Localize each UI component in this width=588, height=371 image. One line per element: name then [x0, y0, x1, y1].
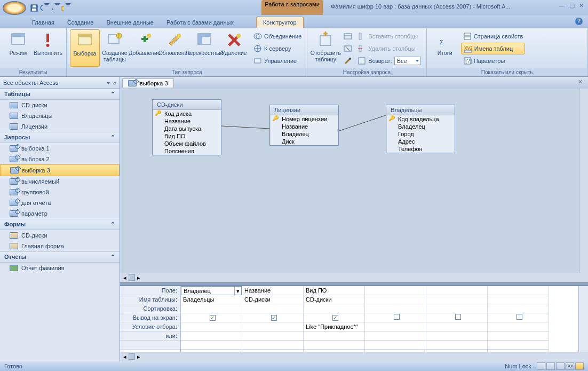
svg-point-13	[177, 34, 181, 38]
insert-rows-button[interactable]	[341, 30, 354, 42]
field[interactable]: Объем файлов	[153, 140, 221, 147]
union-button[interactable]: Объединение	[251, 30, 304, 42]
diagram-vscroll[interactable]	[579, 89, 588, 273]
view-sql-icon[interactable]: SQL	[566, 362, 574, 370]
open-icon[interactable]	[61, 3, 71, 13]
nav-collapse-icon[interactable]: «	[113, 80, 116, 86]
data-definition-button[interactable]: Управление	[251, 55, 304, 67]
navigation-pane: Все объекты Access « Таблицы⌃ CD-диски В…	[0, 77, 120, 361]
query-designer: CD-диски Код диска Название Дата выпуска…	[120, 89, 588, 361]
minimize-button[interactable]: —	[559, 2, 565, 9]
nav-form-main[interactable]: Главная форма	[0, 241, 120, 251]
property-sheet-button[interactable]: Страница свойств	[461, 30, 526, 42]
update-button[interactable]: Обновление	[160, 29, 189, 67]
show-table-button[interactable]: Отобразить таблицу	[311, 29, 340, 67]
view-pivottable-icon[interactable]	[546, 362, 555, 370]
svg-rect-16	[198, 34, 211, 37]
help-icon[interactable]: ?	[575, 18, 583, 25]
nav-report-surname[interactable]: Отчет фамилия	[0, 263, 120, 273]
redo-icon[interactable]	[51, 3, 60, 13]
grid-column[interactable]: НазваниеCD-диски✓	[242, 286, 304, 352]
nav-section-queries[interactable]: Запросы⌃	[0, 132, 120, 143]
table-box-owners[interactable]: Владельцы Код владельца Владелец Город А…	[386, 105, 455, 153]
document-close-icon[interactable]: ✕	[578, 78, 583, 85]
return-combo[interactable]: Все	[394, 57, 421, 65]
table-box-cddisks[interactable]: CD-диски Код диска Название Дата выпуска…	[152, 99, 221, 155]
nav-query-calc[interactable]: вычисляемый	[0, 176, 120, 187]
field[interactable]: Дата выпуска	[153, 125, 221, 132]
select-query-button[interactable]: Выборка	[70, 29, 100, 67]
field[interactable]: Код диска	[153, 110, 221, 117]
grid-column[interactable]: Вид ПОCD-диски✓Like "Прикладное*"	[304, 286, 365, 352]
undo-icon[interactable]	[40, 3, 50, 13]
close-button[interactable]: ✕	[579, 2, 584, 9]
table-box-licenses[interactable]: Лицензии Номер лицензии Название Владеле…	[269, 105, 339, 146]
nav-filter-icon[interactable]	[107, 82, 110, 84]
tab-design[interactable]: Конструктор	[256, 17, 304, 28]
crosstab-button[interactable]: Перекрестный	[189, 29, 219, 67]
tab-database-tools[interactable]: Работа с базами данных	[160, 17, 240, 28]
append-button[interactable]: Добавление	[130, 29, 160, 67]
nav-query-group[interactable]: групповой	[0, 187, 120, 198]
parameters-button[interactable]: [?]Параметры	[461, 55, 526, 67]
field[interactable]: Номер лицензии	[270, 115, 338, 123]
builder-button[interactable]	[341, 55, 354, 67]
field[interactable]: Название	[153, 117, 221, 125]
totals-button[interactable]: Σ Итоги	[430, 29, 460, 67]
passthrough-button[interactable]: К серверу	[251, 43, 304, 54]
nav-header[interactable]: Все объекты Access «	[0, 77, 120, 89]
restore-button[interactable]: ▢	[569, 2, 575, 9]
svg-text:!: !	[117, 33, 119, 39]
field[interactable]: Диск	[270, 138, 338, 145]
tab-create[interactable]: Создание	[61, 17, 100, 28]
field[interactable]: Адрес	[386, 138, 455, 145]
nav-query-3[interactable]: выборка 3	[0, 164, 120, 176]
tab-home[interactable]: Главная	[26, 17, 61, 28]
delete-button[interactable]: Удаление	[219, 29, 249, 67]
field[interactable]: Название	[270, 123, 338, 130]
tab-external-data[interactable]: Внешние данные	[100, 17, 160, 28]
view-datasheet-icon[interactable]	[537, 362, 545, 370]
nav-table-cddisks[interactable]: CD-диски	[0, 100, 120, 110]
svg-point-6	[46, 44, 50, 47]
save-icon[interactable]	[29, 3, 39, 13]
field[interactable]: Код владельца	[386, 115, 455, 123]
office-button[interactable]	[3, 1, 26, 15]
diagram-pane[interactable]: CD-диски Код диска Название Дата выпуска…	[120, 89, 588, 273]
diagram-hscroll[interactable]: ◂▸	[120, 273, 588, 282]
view-design-icon[interactable]	[575, 362, 584, 370]
nav-table-owners[interactable]: Владельцы	[0, 110, 120, 121]
nav-query-1[interactable]: выборка 1	[0, 143, 120, 154]
field[interactable]: Город	[386, 130, 455, 138]
field[interactable]: Владелец	[270, 130, 338, 138]
delete-columns-button[interactable]: Удалить столбцы	[355, 43, 423, 54]
grid-column[interactable]	[365, 286, 426, 352]
nav-query-2[interactable]: выборка 2	[0, 154, 120, 164]
field[interactable]: Вид ПО	[153, 132, 221, 140]
grid-column[interactable]	[426, 286, 488, 352]
field[interactable]: Телефон	[386, 145, 455, 153]
nav-query-param[interactable]: параметр	[0, 208, 120, 219]
delete-rows-button[interactable]	[341, 43, 354, 54]
nav-section-tables[interactable]: Таблицы⌃	[0, 89, 120, 100]
view-button[interactable]: Режим	[3, 29, 33, 67]
query-icon	[128, 80, 137, 86]
nav-form-cddisks[interactable]: CD-диски	[0, 230, 120, 241]
nav-query-report[interactable]: для отчета	[0, 198, 120, 208]
nav-table-licenses[interactable]: Лицензии	[0, 121, 120, 132]
insert-columns-button[interactable]: Вставить столбцы	[355, 30, 423, 42]
document-tab-active[interactable]: выборка 3	[122, 78, 174, 88]
table-names-button[interactable]: xyzИмена таблиц	[461, 43, 526, 54]
grid-hscroll[interactable]: ◂▸	[120, 352, 588, 361]
grid-column[interactable]: Владелец▾Владельцы✓	[181, 286, 242, 352]
run-button[interactable]: Выполнить	[33, 29, 63, 67]
grid-column[interactable]	[488, 286, 549, 352]
field[interactable]: Владелец	[386, 123, 455, 130]
nav-section-forms[interactable]: Формы⌃	[0, 219, 120, 230]
field[interactable]: Пояснения	[153, 147, 221, 155]
grid-vscroll[interactable]	[578, 286, 588, 352]
svg-rect-22	[320, 36, 331, 45]
view-pivotchart-icon[interactable]	[556, 362, 565, 370]
make-table-button[interactable]: ! Создание таблицы	[100, 29, 130, 67]
nav-section-reports[interactable]: Отчеты⌃	[0, 251, 120, 263]
